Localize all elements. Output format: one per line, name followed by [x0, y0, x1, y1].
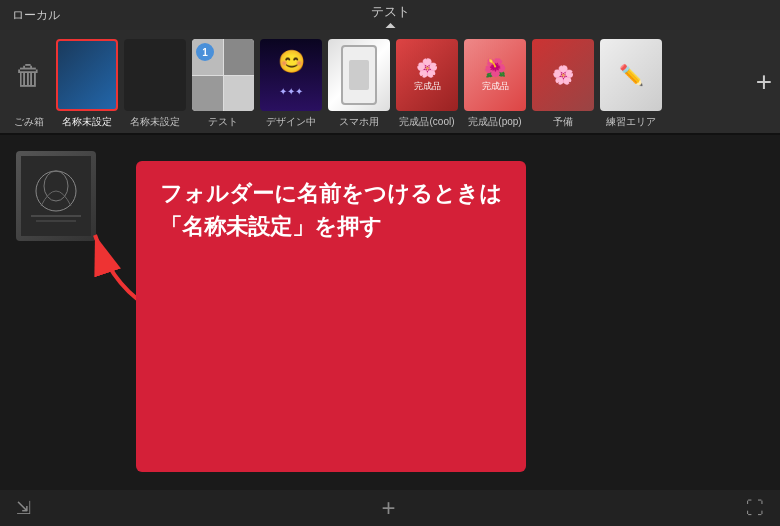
folder-unnamed2[interactable]: 名称未設定	[124, 39, 186, 133]
trash-label: ごみ箱	[14, 115, 44, 129]
folder-label-smartphone: スマホ用	[339, 115, 379, 129]
folder-practice[interactable]: ✏️ 練習エリア	[600, 39, 662, 133]
folder-label-designing: デザイン中	[266, 115, 316, 129]
document-thumbnail[interactable]	[16, 151, 96, 241]
top-bar: ローカル テスト	[0, 0, 780, 30]
bottom-bar: ⇲ + ⛶	[0, 490, 780, 526]
folder-designing[interactable]: 😊✦✦✦ デザイン中	[260, 39, 322, 133]
annotation-text: フォルダーに名前をつけるときは「名称未設定」を押す	[160, 177, 502, 243]
folder-thumb-designing: 😊✦✦✦	[260, 39, 322, 111]
trash-folder[interactable]: 🗑 ごみ箱	[8, 39, 50, 133]
folder-label-unnamed-selected: 名称未設定	[62, 115, 112, 129]
top-bar-center: テスト	[371, 3, 410, 28]
folder-complete-cool[interactable]: 🌸 完成品 完成品(cool)	[396, 39, 458, 133]
folder-thumb-unnamed2	[124, 39, 186, 111]
folder-thumb-reserve: 🌸	[532, 39, 594, 111]
folder-complete-pop[interactable]: 🌺 完成品 完成品(pop)	[464, 39, 526, 133]
trash-icon-wrap: 🗑	[8, 39, 50, 111]
folder-label-cool: 完成品(cool)	[399, 115, 454, 129]
folder-unnamed-selected[interactable]: 名称未設定	[56, 39, 118, 133]
folder-thumb-pop: 🌺 完成品	[464, 39, 526, 111]
folder-smartphone[interactable]: スマホ用	[328, 39, 390, 133]
folder-thumb-smartphone	[328, 39, 390, 111]
badge-number: 1	[196, 43, 214, 61]
folder-thumb-test: 1	[192, 39, 254, 111]
folder-label-reserve: 予備	[553, 115, 573, 129]
main-content: フォルダーに名前をつけるときは「名称未設定」を押す	[0, 135, 780, 488]
resize-icon[interactable]: ⇲	[16, 497, 31, 519]
folder-label-practice: 練習エリア	[606, 115, 656, 129]
annotation-box: フォルダーに名前をつけるときは「名称未設定」を押す	[136, 161, 526, 472]
center-title: テスト	[371, 3, 410, 21]
doc-thumb-inner	[16, 151, 96, 241]
add-document-button[interactable]: +	[381, 494, 395, 522]
folder-thumb-cool: 🌸 完成品	[396, 39, 458, 111]
add-folder-button[interactable]: +	[756, 68, 772, 96]
folder-label-test: テスト	[208, 115, 238, 129]
doc-thumb-svg	[21, 156, 91, 236]
folder-reserve[interactable]: 🌸 予備	[532, 39, 594, 133]
fullscreen-icon[interactable]: ⛶	[746, 498, 764, 519]
folder-test[interactable]: 1 テスト	[192, 39, 254, 133]
folder-label-unnamed2: 名称未設定	[130, 115, 180, 129]
local-label: ローカル	[12, 7, 60, 24]
folder-label-pop: 完成品(pop)	[468, 115, 521, 129]
folder-thumb-practice: ✏️	[600, 39, 662, 111]
center-arrow-icon	[385, 23, 395, 28]
folder-thumb-selected	[56, 39, 118, 111]
folder-strip: 🗑 ごみ箱 名称未設定 名称未設定 1 テスト 😊✦✦✦ デザイン中	[0, 30, 780, 135]
trash-icon: 🗑	[15, 59, 43, 92]
svg-rect-0	[21, 156, 91, 236]
